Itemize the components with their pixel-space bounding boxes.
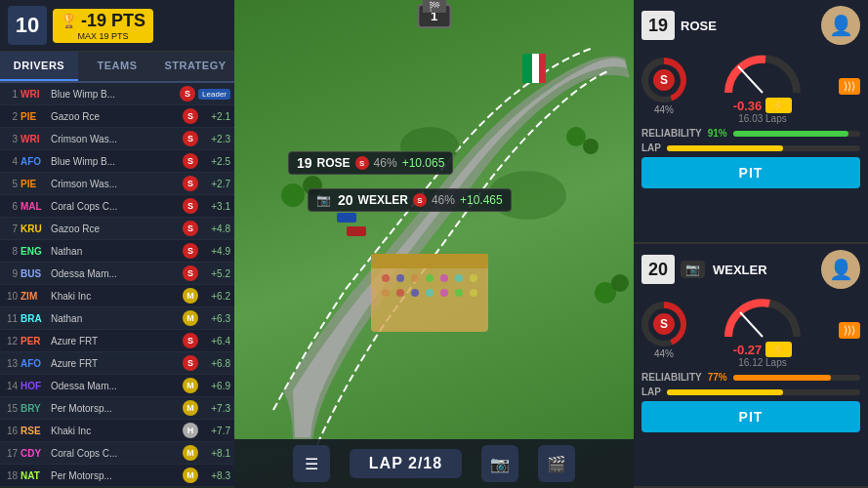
svg-point-13 bbox=[470, 274, 477, 282]
boost-btn-wexler[interactable]: ⟩⟩⟩ bbox=[839, 322, 860, 339]
card-header-rose: 19 ROSE 👤 bbox=[641, 6, 860, 45]
driver-name: Gazoo Rce bbox=[51, 224, 180, 234]
gap-text: +6.3 bbox=[201, 313, 230, 324]
team-badge: BRA bbox=[21, 313, 48, 324]
reliability-row-wexler: RELIABILITY 77% bbox=[641, 372, 860, 383]
car19-tire: S bbox=[355, 156, 369, 170]
laps-row-rose: -0.36 ⚡ bbox=[733, 98, 793, 113]
fuel-section-rose: S 44% bbox=[641, 58, 686, 115]
driver-name: Azure FRT bbox=[51, 358, 180, 369]
driver-row: 13 AFO Azure FRT S +6.8 bbox=[0, 352, 234, 375]
svg-point-21 bbox=[281, 183, 305, 207]
reliability-label-rose: RELIABILITY bbox=[641, 128, 702, 139]
pos-num: 5 bbox=[4, 179, 18, 189]
reliability-bar-wexler bbox=[733, 375, 831, 381]
reliability-val-rose: 91% bbox=[708, 128, 727, 139]
reliability-bar-rose bbox=[733, 131, 849, 137]
lap-row-rose: LAP bbox=[641, 142, 860, 153]
driver-row: 2 PIE Gazoo Rce S +2.1 bbox=[0, 105, 234, 128]
pts-main: 🏆 -19 PTS bbox=[61, 11, 145, 31]
pit-button-rose[interactable]: PIT bbox=[641, 157, 860, 188]
driver-name: Nathan bbox=[51, 246, 180, 257]
lightning-btn-rose[interactable]: ⚡ bbox=[765, 98, 792, 113]
team-badge: WRI bbox=[21, 89, 48, 100]
svg-rect-2 bbox=[522, 54, 542, 83]
team-badge: PIE bbox=[21, 111, 48, 122]
driver-row: 5 PIE Crimson Was... S +2.7 bbox=[0, 173, 234, 195]
driver-row: 18 NAT Per Motorsp... M +8.3 bbox=[0, 465, 234, 487]
gap-text: +2.1 bbox=[201, 111, 230, 122]
svg-point-23 bbox=[566, 127, 586, 146]
svg-rect-27 bbox=[337, 213, 356, 223]
pos-num: 1 bbox=[4, 89, 18, 100]
lap-bar-wexler bbox=[667, 389, 783, 395]
gap-text: +4.8 bbox=[201, 224, 230, 234]
driver-row: 14 HOF Odessa Mam... M +6.9 bbox=[0, 375, 234, 397]
pit-button-wexler[interactable]: PIT bbox=[641, 401, 860, 432]
lap-display: LAP 2/18 bbox=[350, 449, 462, 478]
pos-num: 16 bbox=[4, 426, 18, 436]
tire-badge: S bbox=[183, 176, 198, 191]
driver-name: Nathan bbox=[51, 313, 180, 324]
car20-num: 20 bbox=[338, 192, 353, 208]
pos-num: 14 bbox=[4, 381, 18, 391]
team-badge: MAL bbox=[21, 201, 48, 212]
lap-display-text: LAP 2/18 bbox=[369, 455, 442, 472]
fuel-inner-wexler: S bbox=[648, 308, 681, 341]
gap-text: +3.1 bbox=[201, 201, 230, 212]
reliability-row-rose: RELIABILITY 91% bbox=[641, 128, 860, 139]
menu-button[interactable]: ☰ bbox=[293, 445, 330, 482]
tire-badge: S bbox=[183, 221, 198, 236]
tab-drivers[interactable]: DRIVERS bbox=[0, 52, 78, 81]
driver-name: Blue Wimp B... bbox=[51, 156, 180, 167]
team-badge: PIE bbox=[21, 179, 48, 189]
pos-num: 13 bbox=[4, 358, 18, 369]
lap-bar-bg-rose bbox=[667, 145, 860, 151]
driver-avatar-rose: 👤 bbox=[821, 6, 860, 45]
leader-badge: Leader bbox=[198, 89, 230, 100]
gap-text: +5.2 bbox=[201, 268, 230, 279]
team-badge: AFO bbox=[21, 156, 48, 167]
driver-name: Khaki Inc bbox=[51, 291, 180, 302]
gap-text: +8.3 bbox=[201, 470, 230, 481]
svg-rect-3 bbox=[532, 54, 539, 83]
lightning-btn-wexler[interactable]: ⚡ bbox=[765, 342, 792, 357]
boost-btn-rose[interactable]: ⟩⟩⟩ bbox=[839, 78, 860, 95]
driver-row: 8 ENG Nathan S +4.9 bbox=[0, 240, 234, 263]
driver-name: Odessa Mam... bbox=[51, 268, 180, 279]
driver-name: Khaki Inc bbox=[51, 426, 180, 436]
position-badge: 10 bbox=[8, 6, 47, 45]
pos-num: 12 bbox=[4, 336, 18, 346]
tab-teams[interactable]: TEAMS bbox=[78, 52, 156, 81]
card-num-rose: 19 bbox=[641, 11, 675, 40]
tire-badge: S bbox=[183, 243, 198, 259]
video-button[interactable]: 🎬 bbox=[538, 445, 575, 482]
gap-text: +2.3 bbox=[201, 134, 230, 144]
car20-pct: 46% bbox=[432, 193, 455, 207]
speed-section-wexler: -0.27 ⚡ 16.12 Laps bbox=[692, 293, 833, 368]
reliability-label-wexler: RELIABILITY bbox=[641, 372, 702, 383]
laps-row-wexler: -0.27 ⚡ bbox=[733, 342, 793, 357]
driver-row: 3 WRI Crimson Was... S +2.3 bbox=[0, 128, 234, 150]
driver-name: Per Motorsp... bbox=[51, 403, 180, 414]
pos-num: 7 bbox=[4, 224, 18, 234]
pts-value: -19 PTS bbox=[81, 11, 145, 31]
svg-rect-4 bbox=[539, 54, 546, 83]
pos-num: 4 bbox=[4, 156, 18, 167]
team-badge: NAT bbox=[21, 470, 48, 481]
driver-row: 1 WRI Blue Wimp B... S Leader bbox=[0, 83, 234, 105]
gap-text: +6.2 bbox=[201, 291, 230, 302]
tire-indicator-wexler: S bbox=[653, 313, 675, 335]
camera-button[interactable]: 📷 bbox=[481, 445, 518, 482]
tire-badge: S bbox=[183, 153, 198, 169]
pos-num: 15 bbox=[4, 403, 18, 414]
pos-num: 9 bbox=[4, 268, 18, 279]
team-badge: BRY bbox=[21, 403, 48, 414]
driver-name: Gazoo Rce bbox=[51, 111, 180, 122]
pts-container: 🏆 -19 PTS MAX 19 PTS bbox=[53, 9, 153, 43]
laps-value-wexler: -0.27 bbox=[733, 343, 763, 357]
svg-point-17 bbox=[426, 289, 434, 297]
tab-strategy[interactable]: STRATEGY bbox=[156, 52, 234, 81]
laps-value-rose: -0.36 bbox=[733, 99, 763, 113]
team-badge: HOF bbox=[21, 381, 48, 391]
